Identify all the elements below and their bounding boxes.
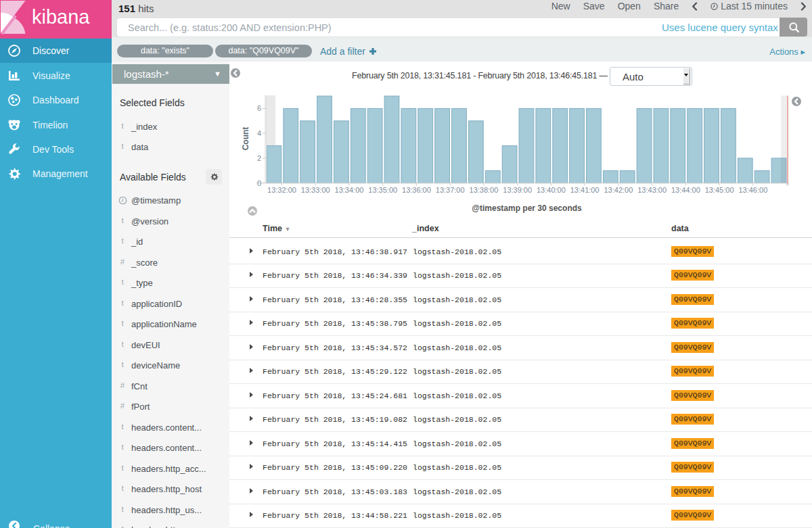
svg-text:13:33:00: 13:33:00 xyxy=(301,186,330,194)
svg-text:0: 0 xyxy=(257,179,261,187)
svg-text:6: 6 xyxy=(257,104,261,112)
svg-text:Count: Count xyxy=(241,127,250,151)
svg-text:13:38:00: 13:38:00 xyxy=(470,186,499,194)
svg-text:13:34:00: 13:34:00 xyxy=(335,186,364,194)
svg-text:13:42:00: 13:42:00 xyxy=(604,186,633,194)
svg-text:13:40:00: 13:40:00 xyxy=(537,186,566,194)
svg-text:13:32:00: 13:32:00 xyxy=(267,186,296,194)
svg-text:13:36:00: 13:36:00 xyxy=(402,186,431,194)
svg-text:4: 4 xyxy=(257,129,261,137)
svg-text:13:45:00: 13:45:00 xyxy=(705,186,734,194)
svg-text:13:35:00: 13:35:00 xyxy=(368,186,397,194)
svg-text:13:37:00: 13:37:00 xyxy=(436,186,465,194)
svg-text:2: 2 xyxy=(257,154,261,162)
svg-text:13:41:00: 13:41:00 xyxy=(570,186,600,194)
svg-text:13:39:00: 13:39:00 xyxy=(503,186,532,194)
svg-text:13:43:00: 13:43:00 xyxy=(637,186,667,194)
svg-text:13:44:00: 13:44:00 xyxy=(671,186,700,194)
svg-text:13:46:00: 13:46:00 xyxy=(738,186,767,194)
